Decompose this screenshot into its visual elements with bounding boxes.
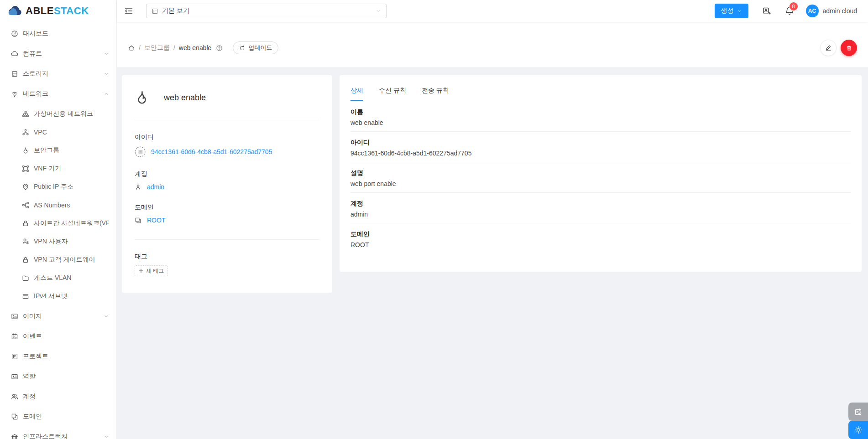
domain-label: 도메인 [135, 203, 319, 212]
sidebar-item-infrastructure[interactable]: 인프라스트럭쳐 [0, 428, 116, 439]
settings-fab[interactable] [848, 421, 868, 439]
as-numbers-icon [22, 201, 29, 209]
refresh-icon [239, 45, 245, 51]
sidebar-item-as-numbers[interactable]: AS Numbers [0, 196, 116, 214]
chevron-down-icon [104, 314, 109, 319]
sidebar-item-ipv4-subnet[interactable]: IPv4 서브넷 [0, 287, 116, 305]
cloud-icon [11, 50, 18, 57]
sidebar-item-security-group[interactable]: 보안그룹 [0, 141, 116, 160]
sidebar-item-roles[interactable]: 역할 [0, 367, 116, 386]
sidebar-item-accounts[interactable]: 계정 [0, 387, 116, 406]
network-icon [11, 90, 18, 98]
username[interactable]: admin cloud [823, 7, 858, 15]
vpn-user-icon [22, 238, 29, 245]
vnf-appliance-icon [22, 165, 29, 172]
role-icon [11, 373, 18, 380]
topbar: 기본 보기 생성 8 AC admin cloud [117, 0, 868, 22]
page-actions [820, 40, 857, 56]
chevron-down-icon [104, 71, 109, 77]
vpc-icon [22, 129, 29, 136]
edit-button[interactable] [820, 40, 837, 56]
notifications-bell[interactable]: 8 [785, 6, 794, 15]
breadcrumb-separator: / [139, 44, 141, 52]
sidebar-item-vpn-users[interactable]: VPN 사용자 [0, 232, 116, 251]
summary-header: web enable [135, 88, 319, 107]
detail-row-name: 이름 web enable [350, 101, 851, 132]
translate-icon[interactable] [762, 6, 771, 15]
account-icon [11, 393, 18, 400]
breadcrumb-section[interactable]: 보안그룹 [144, 44, 170, 52]
sidebar: ABLESTACK 대시보드 컴퓨트 스토리지 네트워크 [0, 0, 117, 439]
sidebar-item-vm-network[interactable]: 가상머신용 네트워크 [0, 105, 116, 123]
sidebar-item-vpn-gateway[interactable]: VPN 고객 게이트웨이 [0, 251, 116, 269]
tab-egress-rules[interactable]: 전송 규칙 [422, 81, 449, 101]
project-icon [11, 353, 18, 360]
account-link[interactable]: admin [147, 183, 164, 191]
chevron-down-icon [376, 8, 381, 14]
public-ip-icon [22, 183, 29, 191]
tab-details[interactable]: 상세 [350, 81, 363, 101]
domain-icon [11, 413, 18, 420]
app-window: ABLESTACK 대시보드 컴퓨트 스토리지 네트워크 [0, 0, 868, 439]
sidebar-item-vpc[interactable]: VPC [0, 123, 116, 141]
id-label: 아이디 [135, 133, 319, 141]
tags-label: 태그 [135, 253, 319, 261]
summary-card: web enable 아이디 94cc1361-60d6-4cb8-a5d1-6… [122, 75, 332, 293]
image-icon [11, 313, 18, 320]
domain-link[interactable]: ROOT [147, 217, 165, 224]
brand-name: ABLESTACK [26, 5, 89, 17]
edit-icon [825, 44, 832, 52]
barcode-icon [135, 146, 146, 157]
menu-fold-icon[interactable] [124, 6, 133, 15]
id-row: 94cc1361-60d6-4cb8-a5d1-602275ad7705 [135, 146, 319, 157]
sidebar-item-events[interactable]: 이벤트 [0, 327, 116, 346]
avatar[interactable]: AC [806, 5, 819, 17]
detail-panel: 상세 수신 규칙 전송 규칙 이름 web enable 아이디 94cc136… [340, 75, 862, 272]
sidebar-item-vnf-appliance[interactable]: VNF 기기 [0, 160, 116, 178]
id-link[interactable]: 94cc1361-60d6-4cb8-a5d1-602275ad7705 [151, 148, 272, 155]
sidebar-item-compute[interactable]: 컴퓨트 [0, 45, 116, 63]
detail-row-id: 아이디 94cc1361-60d6-4cb8-a5d1-602275ad7705 [350, 132, 851, 162]
calendar-check-icon [854, 408, 862, 416]
project-view-select[interactable]: 기본 보기 [146, 4, 387, 18]
add-tag-button[interactable]: 새 태그 [135, 265, 168, 276]
divider [135, 120, 319, 120]
storage-icon [11, 70, 18, 77]
delete-button[interactable] [841, 40, 857, 56]
sidebar-item-projects[interactable]: 프로젝트 [0, 347, 116, 366]
sidebar-item-domains[interactable]: 도메인 [0, 408, 116, 426]
security-group-icon [135, 88, 149, 107]
sidebar-item-images[interactable]: 이미지 [0, 307, 116, 325]
sidebar-item-site-to-site-vpn[interactable]: 사이트간 사설네트워크(VP... [0, 214, 116, 232]
guest-vlan-icon [22, 274, 29, 282]
chevron-down-icon [104, 434, 109, 439]
ipv4-subnet-icon [22, 293, 29, 300]
content: web enable 아이디 94cc1361-60d6-4cb8-a5d1-6… [117, 67, 868, 439]
domain-row: ROOT [135, 217, 319, 224]
update-button[interactable]: 업데이트 [233, 41, 278, 54]
sidebar-item-network[interactable]: 네트워크 [0, 85, 116, 103]
chevron-down-icon [104, 51, 109, 57]
sidebar-item-storage[interactable]: 스토리지 [0, 65, 116, 83]
topbar-right: 생성 8 AC admin cloud [715, 4, 858, 18]
resource-title: web enable [164, 93, 206, 103]
infrastructure-icon [11, 433, 18, 439]
sidebar-item-public-ip[interactable]: Public IP 주소 [0, 178, 116, 196]
cloud-logo-icon [7, 5, 24, 17]
home-icon[interactable] [128, 44, 135, 52]
vm-network-icon [22, 110, 29, 118]
breadcrumb-current: web enable [179, 44, 212, 52]
sidebar-item-guest-vlan[interactable]: 게스트 VLAN [0, 269, 116, 287]
brand-logo[interactable]: ABLESTACK [0, 0, 116, 22]
account-row: admin [135, 183, 319, 191]
detail-row-account: 계정 admin [350, 193, 851, 223]
tab-ingress-rules[interactable]: 수신 규칙 [379, 81, 406, 101]
user-icon [135, 184, 141, 191]
help-icon[interactable] [216, 45, 223, 52]
chevron-up-icon [104, 91, 109, 97]
sidebar-item-dashboard[interactable]: 대시보드 [0, 25, 116, 43]
detail-row-description: 설명 web port enable [350, 162, 851, 193]
event-log-fab[interactable] [848, 403, 868, 421]
vpn-gateway-icon [22, 256, 29, 263]
create-button[interactable]: 생성 [715, 4, 748, 18]
